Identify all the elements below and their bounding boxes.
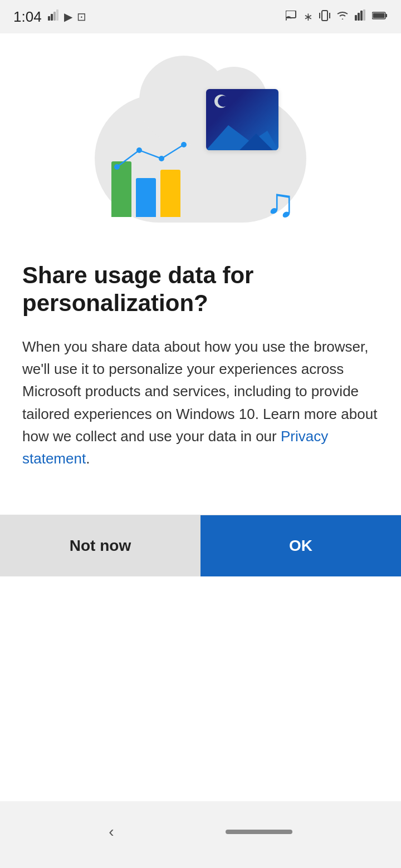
ok-button[interactable]: OK	[200, 515, 401, 576]
status-bar-left: 1:04 ▶ ⊡	[13, 8, 86, 26]
signal2-icon	[354, 9, 366, 24]
svg-point-5	[286, 18, 287, 21]
description-part2: .	[86, 450, 90, 467]
status-bar-right: ∗	[286, 9, 388, 24]
cast-icon	[286, 11, 298, 23]
svg-rect-9	[355, 15, 357, 21]
main-content: ♫ Share usage data for personalization? …	[0, 33, 401, 801]
status-icons: ▶ ⊡	[47, 9, 86, 24]
bottom-nav: ‹	[0, 801, 401, 868]
line-chart-icon	[111, 139, 189, 172]
svg-line-19	[139, 150, 162, 159]
home-indicator[interactable]	[226, 830, 292, 834]
wifi-icon	[336, 11, 349, 23]
signal-icon	[47, 9, 60, 24]
status-bar: 1:04 ▶ ⊡ ∗	[0, 0, 401, 33]
photo-mountain-svg	[206, 120, 278, 150]
not-now-button[interactable]: Not now	[0, 515, 200, 576]
play-store-icon: ▶	[64, 10, 72, 23]
bar-blue	[136, 178, 156, 217]
photo-moon	[214, 95, 228, 108]
svg-rect-1	[51, 14, 53, 21]
battery-icon	[372, 11, 388, 22]
illustration-area: ♫	[22, 56, 379, 262]
svg-rect-10	[358, 13, 360, 21]
music-note-icon: ♫	[265, 183, 295, 223]
svg-line-21	[162, 145, 184, 159]
description-text: When you share data about how you use th…	[22, 336, 379, 470]
svg-rect-14	[385, 14, 387, 17]
page-title: Share usage data for personalization?	[22, 262, 379, 318]
bar-chart-icon	[111, 161, 180, 217]
back-button[interactable]: ‹	[109, 823, 114, 841]
svg-line-17	[117, 150, 139, 167]
svg-rect-0	[48, 16, 50, 21]
illustration-cloud: ♫	[89, 78, 312, 234]
svg-rect-3	[56, 9, 58, 21]
text-section: Share usage data for personalization? Wh…	[22, 262, 379, 492]
bar-yellow	[160, 170, 180, 217]
svg-rect-15	[373, 13, 385, 18]
svg-rect-11	[360, 11, 363, 21]
screenshot-icon: ⊡	[77, 10, 86, 23]
vibrate-icon	[319, 9, 331, 24]
svg-rect-2	[53, 12, 56, 21]
photo-sky	[206, 89, 278, 150]
svg-rect-6	[322, 11, 327, 21]
svg-point-22	[181, 142, 187, 147]
status-time: 1:04	[13, 8, 42, 26]
svg-rect-12	[363, 9, 365, 21]
photo-icon	[206, 89, 278, 150]
bluetooth-icon: ∗	[304, 10, 313, 23]
button-row: Not now OK	[0, 515, 401, 576]
